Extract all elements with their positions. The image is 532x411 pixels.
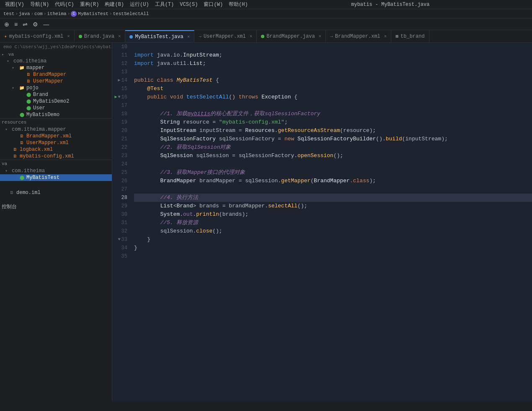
tree-item-console[interactable]: 控制台 bbox=[0, 203, 112, 211]
toolbar-settings-btn[interactable]: ⚙ bbox=[31, 20, 40, 28]
tree-item-usermapper[interactable]: ▸ 🗎 UserMapper bbox=[0, 78, 112, 85]
tree-item-com-itheima2[interactable]: ▾ com.itheima bbox=[0, 168, 112, 174]
tree-item-brand[interactable]: ▸ ⬤ Brand bbox=[0, 91, 112, 98]
line-25: 25 bbox=[112, 168, 131, 177]
code-area[interactable]: import java.io.InputStream; import java.… bbox=[131, 43, 532, 401]
class-icon: C bbox=[71, 11, 77, 17]
iml-icon: 🗎 bbox=[8, 190, 15, 196]
tree-item-mybatistest[interactable]: ▸ ⬤ MyBatisTest bbox=[0, 174, 112, 181]
line-32: 32 bbox=[112, 227, 131, 235]
code-line-16: public void testSelectAll() throws Excep… bbox=[134, 93, 532, 101]
main-layout: emo C:\Users\wjj_yes\IdeaProjects\mybati… bbox=[0, 43, 532, 401]
breadcrumb-item-itheima[interactable]: itheima bbox=[47, 11, 66, 16]
tree-item-mybatisdemo[interactable]: ▸ ⬤ MyBatisDemo bbox=[0, 111, 112, 118]
breadcrumb: test › java › com › itheima › C MyBatisT… bbox=[0, 9, 532, 18]
code-line-26: BrandMapper brandMapper = sqlSession.get… bbox=[134, 177, 532, 185]
tree-label-com-itheima-mapper: com.itheima.mapper bbox=[12, 127, 66, 132]
tab-tb-brand[interactable]: ⊞ tb_brand bbox=[391, 30, 429, 42]
line-28: 28 bbox=[112, 194, 131, 202]
run-icon-16[interactable]: ▶ bbox=[115, 93, 117, 101]
line-26: 26 bbox=[112, 177, 131, 185]
tree-label-mybatistest: MyBatisTest bbox=[26, 175, 59, 181]
line-18: 18 bbox=[112, 110, 131, 118]
sidebar-section-va[interactable]: ▸ va bbox=[0, 51, 112, 58]
line-21: 21 bbox=[112, 135, 131, 143]
tab-mybatistest-java[interactable]: MyBatisTest.java × bbox=[125, 30, 194, 42]
menu-item-vcs[interactable]: VCS(S) bbox=[177, 1, 200, 8]
tab-usermapper-xml[interactable]: → UserMapper.xml × bbox=[194, 30, 257, 42]
xml-usermapper-icon: 🗎 bbox=[25, 78, 32, 84]
menu-item-help[interactable]: 帮助(H) bbox=[226, 0, 251, 9]
line-27: 27 bbox=[112, 185, 131, 194]
tab-label: mybatis-config.xml bbox=[9, 34, 64, 39]
line-13: 13 bbox=[112, 68, 131, 76]
code-line-13 bbox=[134, 68, 532, 76]
line-17: 17 bbox=[112, 101, 131, 110]
tab-icon-table: ⊞ bbox=[395, 34, 398, 39]
tab-brandmapper-java[interactable]: BrandMapper.java × bbox=[257, 30, 326, 42]
fold-icon-16[interactable]: ▼ bbox=[118, 93, 121, 101]
tree-label-mybatisdemo: MyBatisDemo bbox=[26, 112, 59, 118]
line-16: ▶ ▼ 16 bbox=[112, 93, 131, 101]
tree-item-mybatisdemo2[interactable]: ▸ ⬤ MyBatisDemo2 bbox=[0, 98, 112, 105]
menu-item-nav[interactable]: 导航(N) bbox=[28, 0, 52, 9]
tab-close-icon[interactable]: × bbox=[384, 34, 387, 39]
tree-item-com-itheima[interactable]: ▾ com.itheima bbox=[0, 58, 112, 65]
breadcrumb-item-test[interactable]: test bbox=[3, 11, 14, 16]
tab-close-icon[interactable]: × bbox=[319, 34, 322, 39]
tab-close-icon[interactable]: × bbox=[187, 34, 190, 39]
tree-arrow-com-itheima: ▾ bbox=[7, 59, 13, 64]
toolbar-add-btn[interactable]: ⊕ bbox=[3, 20, 11, 28]
tab-brandmapper-xml[interactable]: → BrandMapper.xml × bbox=[326, 30, 391, 42]
menu-item-run[interactable]: 运行(U) bbox=[127, 0, 152, 9]
menu-item-view[interactable]: 视图(V) bbox=[3, 0, 27, 9]
tree-label-logback: logback.xml bbox=[20, 147, 53, 153]
breadcrumb-item-mybatistest[interactable]: C MyBatisTest bbox=[71, 11, 108, 17]
tab-label: MyBatisTest.java bbox=[135, 34, 183, 40]
usermapper-xml-icon: 🗎 bbox=[18, 140, 25, 146]
java-class-user-icon: ⬤ bbox=[25, 105, 32, 111]
tree-item-user[interactable]: ▸ ⬤ User bbox=[0, 105, 112, 111]
tab-brand-java[interactable]: Brand.java × bbox=[75, 30, 126, 42]
line-11: 11 bbox=[112, 51, 131, 59]
line-20: 20 bbox=[112, 127, 131, 135]
line-23: 23 bbox=[112, 152, 131, 160]
tab-mybatis-config[interactable]: ✦ mybatis-config.xml × bbox=[0, 30, 75, 42]
menu-item-build[interactable]: 构建(B) bbox=[102, 0, 127, 9]
code-line-33: } bbox=[134, 235, 532, 244]
folder-icon: 📁 bbox=[18, 65, 25, 71]
toolbar-list-btn[interactable]: ≡ bbox=[13, 20, 19, 28]
line-14: ▶ 14 bbox=[112, 76, 131, 85]
tab-close-icon[interactable]: × bbox=[67, 34, 70, 39]
tree-item-logback-xml[interactable]: ▸ 🗎 logback.xml bbox=[0, 146, 112, 153]
toolbar-collapse-btn[interactable]: — bbox=[41, 20, 51, 28]
fold-close-icon-33[interactable]: ▼ bbox=[118, 235, 121, 244]
menu-item-code[interactable]: 代码(C) bbox=[52, 0, 77, 9]
code-line-18: //1. 加载mybitis的核心配置文件，获取sqlSessionFactor… bbox=[134, 110, 532, 118]
menu-item-tools[interactable]: 工具(T) bbox=[152, 0, 177, 9]
menu-item-window[interactable]: 窗口(W) bbox=[201, 0, 225, 9]
tree-item-brandmapper-xml-file[interactable]: ▸ 🗎 BrandMapper.xml bbox=[0, 133, 112, 140]
tree-label-brandmapper-xml: BrandMapper.xml bbox=[26, 133, 72, 139]
tab-close-icon[interactable]: × bbox=[118, 34, 121, 39]
window-title: mybatis - MyBatisTest.java bbox=[351, 2, 429, 8]
toolbar-sort-btn[interactable]: ⇌ bbox=[21, 20, 29, 28]
tree-item-demo-iml[interactable]: ▸ 🗎 demo.iml bbox=[0, 189, 112, 196]
code-line-17 bbox=[134, 101, 532, 110]
fold-icon-14[interactable]: ▶ bbox=[118, 76, 121, 85]
menu-item-refactor[interactable]: 重构(R) bbox=[77, 0, 102, 9]
tab-close-icon[interactable]: × bbox=[250, 34, 253, 39]
breadcrumb-item-java[interactable]: java bbox=[19, 11, 30, 16]
code-line-14: public class MyBatisTest { bbox=[134, 76, 532, 85]
tree-item-mybatis-config[interactable]: ▸ 🗎 mybatis-config.xml bbox=[0, 153, 112, 160]
tree-item-usermapper-xml-file[interactable]: ▸ 🗎 UserMapper.xml bbox=[0, 140, 112, 146]
tree-item-mapper[interactable]: ▾ 📁 mapper bbox=[0, 65, 112, 71]
tree-item-pojo[interactable]: ▾ 📁 pojo bbox=[0, 85, 112, 91]
tree-item-com-itheima-mapper[interactable]: ▾ com.itheima.mapper bbox=[0, 126, 112, 133]
breadcrumb-item-method[interactable]: testSelectAll bbox=[113, 11, 149, 16]
breadcrumb-item-com[interactable]: com bbox=[34, 11, 43, 16]
java-class-brand-icon: ⬤ bbox=[25, 92, 32, 98]
line-34: 34 bbox=[112, 244, 131, 252]
tree-label-usermapper: UserMapper bbox=[33, 78, 63, 84]
tree-item-brandmapper[interactable]: ▸ 🗎 BrandMapper bbox=[0, 71, 112, 78]
